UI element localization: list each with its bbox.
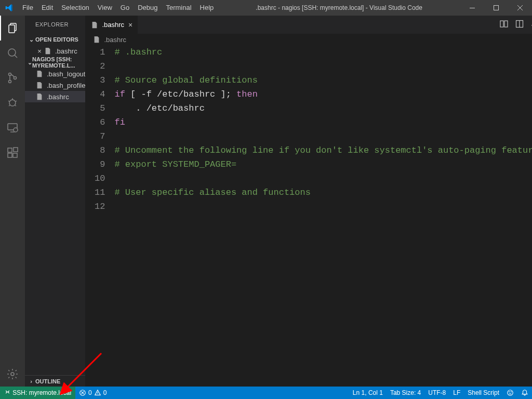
svg-point-24 [11, 373, 14, 376]
menu-help[interactable]: Help [196, 0, 218, 16]
editor-area: .bashrc × ··· .bashrc 123456789101112 # … [85, 16, 532, 387]
sidebar-title: EXPLORER [25, 16, 85, 34]
file-icon [90, 21, 99, 29]
svg-point-8 [9, 73, 11, 76]
encoding[interactable]: UTF-8 [424, 387, 449, 399]
breadcrumb[interactable]: .bashrc [85, 34, 532, 45]
svg-rect-22 [13, 153, 17, 157]
problems-indicator[interactable]: 0 0 [75, 387, 110, 399]
file-tree-item[interactable]: .bashrc [25, 91, 85, 102]
eol[interactable]: LF [449, 387, 464, 399]
workspace-label: NAGIOS [SSH: MYREMOTE.L... [32, 56, 85, 69]
code-editor[interactable]: 123456789101112 # .bashrc# Source global… [85, 45, 532, 387]
menu-file[interactable]: File [18, 0, 37, 16]
svg-point-35 [511, 392, 511, 392]
error-count: 0 [88, 389, 92, 396]
file-label: .bashrc [55, 47, 77, 55]
search-icon[interactable] [0, 41, 25, 65]
menu-view[interactable]: View [94, 0, 116, 16]
maximize-button[interactable] [484, 0, 508, 16]
menu-selection[interactable]: Selection [57, 0, 93, 16]
window-title: .bashrc - nagios [SSH: myremote.local] -… [218, 4, 460, 11]
svg-point-33 [508, 390, 513, 396]
indentation[interactable]: Tab Size: 4 [387, 387, 424, 399]
svg-line-15 [9, 105, 10, 106]
remote-explorer-icon[interactable] [0, 115, 25, 140]
chevron-right-icon: › [27, 378, 35, 384]
chevron-down-icon: ⌄ [27, 59, 32, 66]
file-icon [35, 81, 44, 89]
file-tree-item[interactable]: .bash_logout [25, 68, 85, 79]
sidebar: EXPLORER ⌄OPEN EDITORS ×.bashrc ⌄NAGIOS … [25, 16, 85, 387]
svg-rect-23 [14, 148, 18, 152]
svg-rect-25 [500, 21, 503, 27]
menu-go[interactable]: Go [116, 0, 134, 16]
svg-point-34 [509, 392, 510, 392]
status-bar: SSH: myremote.local 0 0 Ln 1, Col 1 Tab … [0, 387, 532, 399]
activity-bar [0, 16, 25, 387]
svg-rect-5 [9, 25, 15, 33]
tab-bashrc[interactable]: .bashrc × [85, 16, 138, 34]
menu-bar: FileEditSelectionViewGoDebugTerminalHelp [18, 0, 218, 16]
breadcrumb-label: .bashrc [104, 36, 126, 44]
title-bar: FileEditSelectionViewGoDebugTerminalHelp… [0, 0, 532, 16]
extensions-icon[interactable] [0, 140, 25, 165]
file-tree-item[interactable]: .bash_profile [25, 79, 85, 91]
close-editor-icon[interactable]: × [35, 47, 44, 55]
split-editor-icon[interactable] [515, 20, 524, 30]
close-tab-icon[interactable]: × [128, 21, 132, 29]
explorer-icon[interactable] [0, 16, 25, 41]
menu-terminal[interactable]: Terminal [162, 0, 195, 16]
open-editors-label: OPEN EDITORS [35, 36, 78, 43]
language-mode[interactable]: Shell Script [464, 387, 503, 399]
file-label: .bashrc [47, 93, 69, 101]
svg-point-9 [9, 81, 11, 83]
close-button[interactable] [508, 0, 532, 16]
cursor-position[interactable]: Ln 1, Col 1 [349, 387, 387, 399]
svg-rect-1 [494, 6, 499, 10]
file-icon [44, 47, 52, 55]
file-icon [35, 92, 44, 101]
file-icon [35, 70, 44, 78]
svg-rect-21 [8, 153, 12, 157]
open-editors-header[interactable]: ⌄OPEN EDITORS [25, 34, 85, 45]
file-label: .bash_logout [47, 70, 85, 78]
svg-line-16 [15, 105, 16, 106]
minimize-button[interactable] [460, 0, 484, 16]
svg-rect-26 [504, 21, 508, 27]
svg-point-6 [8, 49, 16, 56]
outline-label: OUTLINE [35, 378, 60, 384]
menu-edit[interactable]: Edit [37, 0, 57, 16]
tab-bar: .bashrc × ··· [85, 16, 532, 34]
remote-indicator[interactable]: SSH: myremote.local [0, 387, 75, 399]
notifications-icon[interactable] [517, 387, 532, 399]
warning-count: 0 [103, 389, 107, 396]
tab-label: .bashrc [102, 21, 124, 29]
svg-rect-0 [470, 8, 475, 8]
file-label: .bash_profile [47, 82, 85, 89]
chevron-down-icon: ⌄ [27, 36, 35, 43]
svg-point-19 [14, 128, 18, 132]
feedback-icon[interactable] [503, 387, 517, 399]
svg-line-7 [15, 55, 17, 58]
remote-icon [4, 389, 11, 397]
compare-changes-icon[interactable] [500, 20, 508, 30]
outline-header[interactable]: ›OUTLINE [25, 375, 85, 387]
settings-gear-icon[interactable] [0, 362, 25, 387]
debug-icon[interactable] [0, 90, 25, 115]
svg-point-10 [14, 77, 17, 79]
menu-debug[interactable]: Debug [134, 0, 162, 16]
svg-rect-20 [8, 148, 12, 152]
open-editor-item[interactable]: ×.bashrc [25, 45, 85, 57]
line-number-gutter: 123456789101112 [85, 45, 114, 387]
vscode-logo-icon [0, 4, 18, 12]
code-content[interactable]: # .bashrc# Source global definitionsif [… [114, 45, 532, 387]
remote-label: SSH: myremote.local [12, 389, 71, 396]
source-control-icon[interactable] [0, 65, 25, 90]
file-icon [92, 35, 101, 44]
workspace-header[interactable]: ⌄NAGIOS [SSH: MYREMOTE.L... [25, 57, 85, 68]
